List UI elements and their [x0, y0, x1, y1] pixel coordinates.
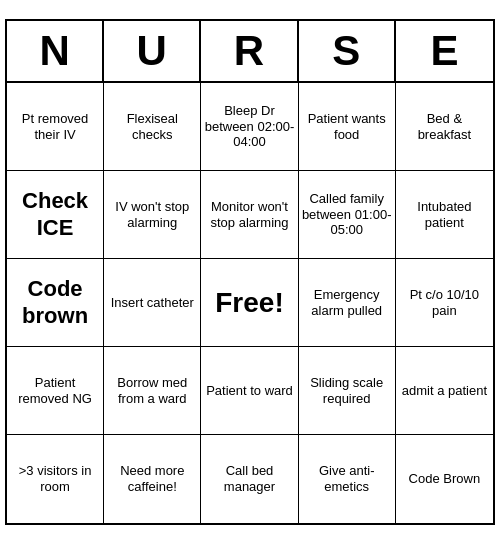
bingo-cell-21: Need more caffeine! — [104, 435, 201, 523]
bingo-cell-5: Check ICE — [7, 171, 104, 259]
bingo-cell-4: Bed & breakfast — [396, 83, 493, 171]
bingo-cell-8: Called family between 01:00-05:00 — [299, 171, 396, 259]
bingo-cell-7: Monitor won't stop alarming — [201, 171, 298, 259]
bingo-cell-14: Pt c/o 10/10 pain — [396, 259, 493, 347]
bingo-cell-20: >3 visitors in room — [7, 435, 104, 523]
header-letter-e: E — [396, 21, 493, 81]
bingo-cell-23: Give anti-emetics — [299, 435, 396, 523]
bingo-cell-2: Bleep Dr between 02:00-04:00 — [201, 83, 298, 171]
bingo-cell-24: Code Brown — [396, 435, 493, 523]
bingo-header: NURSE — [7, 21, 493, 83]
bingo-card: NURSE Pt removed their IVFlexiseal check… — [5, 19, 495, 525]
header-letter-n: N — [7, 21, 104, 81]
header-letter-r: R — [201, 21, 298, 81]
bingo-cell-18: Sliding scale required — [299, 347, 396, 435]
bingo-cell-19: admit a patient — [396, 347, 493, 435]
bingo-cell-3: Patient wants food — [299, 83, 396, 171]
bingo-cell-1: Flexiseal checks — [104, 83, 201, 171]
header-letter-u: U — [104, 21, 201, 81]
header-letter-s: S — [299, 21, 396, 81]
bingo-cell-9: Intubated patient — [396, 171, 493, 259]
bingo-cell-13: Emergency alarm pulled — [299, 259, 396, 347]
bingo-cell-11: Insert catheter — [104, 259, 201, 347]
bingo-cell-12: Free! — [201, 259, 298, 347]
bingo-cell-16: Borrow med from a ward — [104, 347, 201, 435]
bingo-cell-6: IV won't stop alarming — [104, 171, 201, 259]
bingo-cell-22: Call bed manager — [201, 435, 298, 523]
bingo-cell-17: Patient to ward — [201, 347, 298, 435]
bingo-cell-15: Patient removed NG — [7, 347, 104, 435]
bingo-grid: Pt removed their IVFlexiseal checksBleep… — [7, 83, 493, 523]
bingo-cell-0: Pt removed their IV — [7, 83, 104, 171]
bingo-cell-10: Code brown — [7, 259, 104, 347]
